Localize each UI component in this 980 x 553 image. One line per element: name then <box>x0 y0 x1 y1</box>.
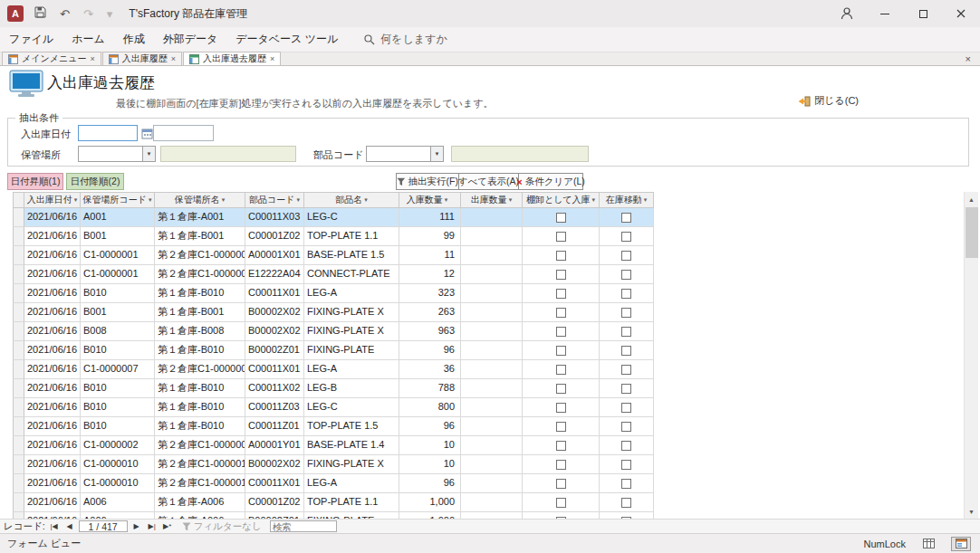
apply-filter-button[interactable]: 抽出実行(F) <box>396 173 459 190</box>
part-code-combo-value[interactable] <box>366 146 430 162</box>
datasheet-view-icon[interactable] <box>918 537 938 551</box>
stock-move-checkbox[interactable] <box>621 384 631 394</box>
menu-file[interactable]: ファイル <box>0 27 62 52</box>
table-row[interactable]: 2021/06/16 A006 第１倉庫-A006 B00002Z01 FIXI… <box>13 512 654 519</box>
table-row[interactable]: 2021/06/16 B010 第１倉庫-B010 B00002Z01 FIXI… <box>13 341 654 360</box>
cell-part-name[interactable]: TOP-PLATE 1.1 <box>304 493 399 512</box>
cell-location-name[interactable]: 第１倉庫-B008 <box>155 322 245 341</box>
record-selector[interactable] <box>13 493 24 512</box>
stock-move-checkbox[interactable] <box>621 327 631 337</box>
cell-location-code[interactable]: A006 <box>81 512 155 519</box>
cell-date[interactable]: 2021/06/16 <box>24 246 81 265</box>
cell-date[interactable]: 2021/06/16 <box>24 208 81 227</box>
inventory-in-checkbox[interactable] <box>556 327 566 337</box>
record-selector[interactable] <box>13 265 24 284</box>
cell-stock-move[interactable] <box>600 455 654 474</box>
combo-arrow-icon[interactable]: ▼ <box>142 146 156 162</box>
scroll-down-icon[interactable]: ▼ <box>965 504 978 519</box>
cell-out-qty[interactable] <box>461 455 523 474</box>
table-row[interactable]: 2021/06/16 B008 第１倉庫-B008 B00002X02 FIXI… <box>13 322 654 341</box>
cell-location-code[interactable]: C1-0000010 <box>81 455 155 474</box>
stock-move-checkbox[interactable] <box>621 422 631 432</box>
cell-stock-move[interactable] <box>600 379 654 398</box>
cell-date[interactable]: 2021/06/16 <box>24 474 81 493</box>
cell-in-qty[interactable]: 111 <box>399 208 461 227</box>
tab-close-icon[interactable]: × <box>171 55 176 63</box>
cell-part-name[interactable]: TOP-PLATE 1.1 <box>304 227 399 246</box>
menu-database-tools[interactable]: データベース ツール <box>226 27 347 52</box>
select-all-corner[interactable] <box>13 192 24 208</box>
column-filter-icon[interactable]: ▾ <box>296 196 300 204</box>
cell-date[interactable]: 2021/06/16 <box>24 417 81 436</box>
cell-inventory-in[interactable] <box>523 265 600 284</box>
cell-part-code[interactable]: C00011Z01 <box>245 417 304 436</box>
cell-out-qty[interactable] <box>461 246 523 265</box>
column-header-location-code[interactable]: 保管場所コード▾ <box>81 192 155 208</box>
inventory-in-checkbox[interactable] <box>556 441 566 451</box>
cell-location-name[interactable]: 第１倉庫-B010 <box>155 379 245 398</box>
stock-move-checkbox[interactable] <box>621 479 631 489</box>
cell-inventory-in[interactable] <box>523 322 600 341</box>
first-record-button[interactable]: |◀ <box>48 522 61 530</box>
cell-part-code[interactable]: E12222A04 <box>245 265 304 284</box>
cell-location-name[interactable]: 第１倉庫-B010 <box>155 341 245 360</box>
close-document-icon[interactable]: × <box>966 54 971 64</box>
table-row[interactable]: 2021/06/16 A001 第１倉庫-A001 C00011X03 LEG-… <box>13 208 654 227</box>
cell-inventory-in[interactable] <box>523 208 600 227</box>
combo-arrow-icon[interactable]: ▼ <box>430 146 444 162</box>
inventory-in-checkbox[interactable] <box>556 251 566 261</box>
column-header-out-qty[interactable]: 出庫数量▾ <box>461 192 523 208</box>
inventory-in-checkbox[interactable] <box>556 422 566 432</box>
cell-out-qty[interactable] <box>461 493 523 512</box>
cell-out-qty[interactable] <box>461 303 523 322</box>
tab-close-icon[interactable]: × <box>90 55 94 63</box>
record-selector[interactable] <box>13 455 24 474</box>
redo-icon[interactable]: ↷ <box>83 7 93 21</box>
cell-part-name[interactable]: LEG-A <box>304 360 399 379</box>
cell-location-code[interactable]: C1-0000002 <box>81 436 155 455</box>
cell-location-name[interactable]: 第１倉庫-B010 <box>155 284 245 303</box>
cell-location-name[interactable]: 第１倉庫-B010 <box>155 417 245 436</box>
cell-in-qty[interactable]: 10 <box>399 455 461 474</box>
cell-part-code[interactable]: C00011X02 <box>245 379 304 398</box>
column-header-inventory-in[interactable]: 棚卸として入庫▾ <box>523 192 600 208</box>
inventory-in-checkbox[interactable] <box>556 270 566 280</box>
cell-inventory-in[interactable] <box>523 341 600 360</box>
vertical-scrollbar[interactable]: ▲ ▼ <box>964 192 978 519</box>
cell-location-name[interactable]: 第１倉庫-A006 <box>155 493 245 512</box>
cell-out-qty[interactable] <box>461 379 523 398</box>
cell-location-code[interactable]: B010 <box>81 284 155 303</box>
tab-close-icon[interactable]: × <box>270 55 274 63</box>
scroll-up-icon[interactable]: ▲ <box>965 192 978 206</box>
cell-out-qty[interactable] <box>461 512 523 519</box>
cell-in-qty[interactable]: 788 <box>399 379 461 398</box>
cell-stock-move[interactable] <box>600 360 654 379</box>
stock-move-checkbox[interactable] <box>621 346 631 356</box>
cell-stock-move[interactable] <box>600 322 654 341</box>
table-row[interactable]: 2021/06/16 A006 第１倉庫-A006 C00001Z02 TOP-… <box>13 493 654 512</box>
cell-in-qty[interactable]: 323 <box>399 284 461 303</box>
cell-date[interactable]: 2021/06/16 <box>24 284 81 303</box>
inventory-in-checkbox[interactable] <box>556 403 566 413</box>
part-code-combo[interactable]: ▼ <box>366 146 444 162</box>
undo-icon[interactable]: ↶ <box>60 7 70 21</box>
table-row[interactable]: 2021/06/16 C1-0000001 第２倉庫C1-0000001 A00… <box>13 246 654 265</box>
cell-part-code[interactable]: C00001Z02 <box>245 227 304 246</box>
cell-date[interactable]: 2021/06/16 <box>24 265 81 284</box>
cell-date[interactable]: 2021/06/16 <box>24 322 81 341</box>
save-icon[interactable] <box>34 6 46 21</box>
cell-location-name[interactable]: 第２倉庫C1-0000002 <box>155 436 245 455</box>
cell-part-code[interactable]: C00011X03 <box>245 208 304 227</box>
stock-move-checkbox[interactable] <box>621 251 631 261</box>
cell-part-code[interactable]: A00001X01 <box>245 246 304 265</box>
stock-move-checkbox[interactable] <box>621 498 631 508</box>
cell-location-name[interactable]: 第２倉庫C1-0000001 <box>155 246 245 265</box>
cell-location-code[interactable]: B008 <box>81 322 155 341</box>
access-app-icon[interactable]: A <box>7 5 24 22</box>
cell-location-name[interactable]: 第１倉庫-B001 <box>155 227 245 246</box>
stock-move-checkbox[interactable] <box>621 289 631 299</box>
cell-location-code[interactable]: C1-0000001 <box>81 246 155 265</box>
cell-in-qty[interactable]: 36 <box>399 360 461 379</box>
cell-inventory-in[interactable] <box>523 512 600 519</box>
cell-part-name[interactable]: CONNECT-PLATE <box>304 265 399 284</box>
